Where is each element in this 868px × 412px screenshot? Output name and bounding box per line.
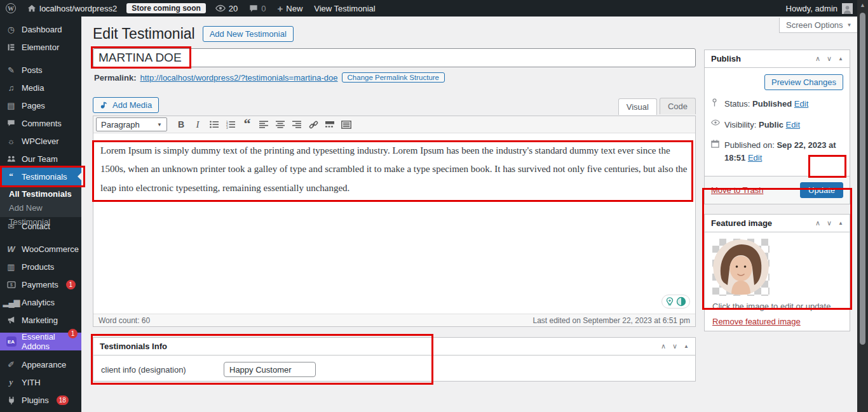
comments-menu[interactable]: 0: [243, 0, 271, 17]
box-order-controls: ∧ ∨ ▲: [815, 55, 843, 63]
featured-image-title: Featured image: [711, 218, 772, 228]
screen-options-button[interactable]: Screen Options ▼: [779, 18, 859, 33]
blockquote-button[interactable]: “: [240, 117, 255, 131]
scrollbar-thumb[interactable]: [860, 13, 865, 345]
proofreader-widget[interactable]: [661, 295, 690, 309]
site-name-menu[interactable]: localhost/wordpress2: [22, 0, 123, 17]
move-down-icon[interactable]: ∨: [827, 55, 832, 63]
woocommerce-icon: W: [6, 244, 17, 254]
sidebar-item-essential-addons[interactable]: EA Essential Addons 1: [0, 333, 81, 350]
sidebar-item-payments[interactable]: $ Payments 1: [0, 276, 81, 293]
elementor-icon: [6, 43, 17, 51]
visibility-eye-icon: [711, 119, 720, 126]
lightbulb-icon: ☼: [6, 136, 17, 146]
envelope-icon: ✉: [6, 222, 17, 231]
read-more-tag-button[interactable]: [322, 117, 337, 131]
update-button[interactable]: Update: [800, 182, 843, 198]
scroll-up-arrow[interactable]: ▲: [857, 2, 868, 8]
post-title-input[interactable]: [93, 48, 696, 67]
align-right-button[interactable]: [289, 117, 304, 131]
visibility-value: Public: [759, 120, 783, 130]
sidebar-item-pages[interactable]: ▤ Pages: [0, 96, 81, 114]
svg-text:$: $: [10, 282, 13, 287]
move-down-icon[interactable]: ∨: [827, 219, 832, 227]
wordpress-logo-icon: W: [6, 3, 16, 13]
editor-content-area[interactable]: Lorem Ipsum is simply dummy text of the …: [93, 133, 695, 314]
tab-visual[interactable]: Visual: [618, 98, 657, 115]
sidebar-item-contact[interactable]: ✉ Contact: [0, 217, 81, 235]
comments-icon: [6, 119, 17, 127]
sidebar-item-analytics[interactable]: ▂▄▆ Analytics: [0, 293, 81, 311]
numbered-list-button[interactable]: 123: [223, 117, 238, 131]
current-menu-arrow: [78, 172, 82, 181]
toggle-panel-icon[interactable]: ▲: [684, 343, 689, 349]
essential-addons-badge: 1: [68, 329, 78, 338]
published-on-row: Published on: Sep 22, 2023 at 18:51 Edit: [711, 139, 843, 164]
remove-featured-image-link[interactable]: Remove featured image: [712, 317, 801, 326]
preview-changes-button[interactable]: Preview Changes: [764, 74, 843, 90]
align-center-button[interactable]: [273, 117, 288, 131]
testimonial-text: Lorem Ipsum is simply dummy text of the …: [100, 142, 688, 197]
toolbar-toggle-button[interactable]: [339, 117, 354, 131]
new-content-menu[interactable]: + New: [272, 0, 309, 17]
move-down-icon[interactable]: ∨: [672, 342, 677, 350]
last-edited-text: Last edited on September 22, 2023 at 6:5…: [532, 316, 690, 325]
view-testimonial-link[interactable]: View Testimonial: [308, 0, 381, 17]
move-up-icon[interactable]: ∧: [815, 55, 820, 63]
bulleted-list-button[interactable]: [207, 117, 222, 131]
edit-status-link[interactable]: Edit: [794, 99, 808, 109]
sidebar-item-wpclever[interactable]: ☼ WPClever: [0, 132, 81, 150]
paragraph-format-select[interactable]: Paragraph ▼: [96, 117, 167, 131]
views-menu[interactable]: 20: [210, 0, 243, 17]
publish-header[interactable]: Publish ∧ ∨ ▲: [705, 50, 850, 68]
align-left-button[interactable]: [256, 117, 271, 131]
team-icon: [6, 155, 17, 163]
sidebar-item-dashboard[interactable]: ◷ Dashboard: [0, 20, 81, 38]
client-info-input[interactable]: [224, 362, 316, 377]
tab-code[interactable]: Code: [660, 98, 696, 114]
visibility-label: Visibility:: [724, 120, 756, 130]
howdy-text[interactable]: Howdy, admin: [786, 4, 837, 13]
word-count: Word count: 60: [98, 316, 150, 325]
box-order-controls: ∧ ∨ ▲: [661, 342, 689, 350]
move-to-trash-link[interactable]: Move to Trash: [711, 185, 763, 195]
move-up-icon[interactable]: ∧: [661, 342, 666, 350]
italic-button[interactable]: I: [190, 117, 205, 131]
sidebar-item-woocommerce[interactable]: W WooCommerce: [0, 240, 81, 258]
insert-link-button[interactable]: [306, 117, 321, 131]
sidebar-item-yith[interactable]: y YITH: [0, 373, 81, 391]
sidebar-item-elementor[interactable]: Elementor: [0, 38, 81, 56]
move-up-icon[interactable]: ∧: [815, 219, 820, 227]
admin-bar-right: Howdy, admin: [786, 3, 868, 14]
sidebar-item-comments[interactable]: Comments: [0, 114, 81, 132]
add-new-testimonial-button[interactable]: Add New Testimonial: [203, 26, 294, 42]
sidebar-item-our-team[interactable]: Our Team: [0, 150, 81, 168]
user-avatar[interactable]: [842, 3, 853, 14]
testimonials-info-header[interactable]: Testimonials Info ∧ ∨ ▲: [93, 338, 695, 356]
bold-button[interactable]: B: [173, 117, 189, 131]
essential-addons-logo-icon: EA: [6, 336, 17, 347]
sidebar-item-posts[interactable]: ✎ Posts: [0, 61, 81, 79]
vertical-scrollbar[interactable]: ▲: [857, 0, 868, 412]
sidebar-item-products[interactable]: ▥ Products: [0, 258, 81, 276]
add-media-button[interactable]: Add Media: [93, 97, 159, 113]
sidebar-item-marketing[interactable]: Marketing: [0, 311, 81, 329]
featured-image-thumbnail[interactable]: [712, 239, 770, 296]
sidebar-item-media[interactable]: ♫ Media: [0, 79, 81, 96]
sidebar-item-testimonials[interactable]: “ Testimonials: [0, 168, 81, 185]
publish-title: Publish: [711, 54, 741, 63]
sidebar-item-plugins[interactable]: Plugins 18: [0, 391, 81, 409]
change-permalink-button[interactable]: Change Permalink Structure: [342, 72, 445, 83]
wp-logo-menu[interactable]: W: [0, 0, 22, 17]
edit-visibility-link[interactable]: Edit: [786, 120, 800, 130]
toggle-panel-icon[interactable]: ▲: [838, 220, 843, 226]
submenu-add-new-testimonial[interactable]: Add New Testimonial: [0, 201, 81, 215]
permalink-url-link[interactable]: http://localhost/wordpress2/?testimonial…: [140, 73, 337, 83]
edit-published-date-link[interactable]: Edit: [748, 153, 762, 163]
submenu-all-testimonials[interactable]: All Testimonials: [0, 187, 81, 201]
featured-image-header[interactable]: Featured image ∧ ∨ ▲: [705, 215, 850, 232]
visibility-row: Visibility: Public Edit: [711, 119, 843, 131]
sidebar-item-appearance[interactable]: ✐ Appearance: [0, 356, 81, 373]
plus-icon: +: [278, 3, 283, 14]
toggle-panel-icon[interactable]: ▲: [838, 56, 843, 62]
